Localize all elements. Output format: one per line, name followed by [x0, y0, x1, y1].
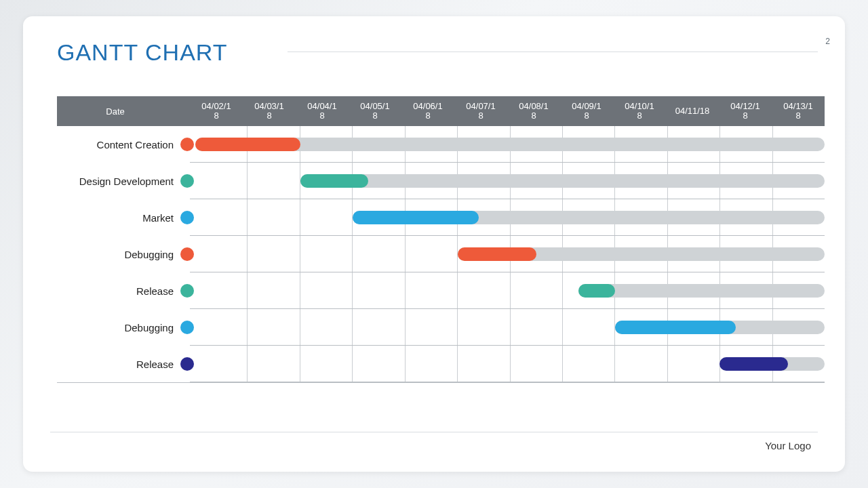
date-col-8: 04/10/1 8 [613, 96, 666, 126]
chart-bottom-rule [57, 382, 825, 383]
date-col-4: 04/06/1 8 [401, 96, 454, 126]
task-label: Market [57, 212, 179, 224]
task-track [195, 272, 825, 309]
date-col-7: 04/09/1 8 [560, 96, 613, 126]
task-bar [195, 138, 300, 151]
task-label: Design Development [57, 176, 179, 187]
date-col-5: 04/07/1 8 [454, 96, 507, 126]
task-label: Release [57, 285, 179, 297]
task-track [195, 236, 825, 272]
task-track [195, 163, 825, 199]
task-label: Content Creation [57, 139, 179, 150]
task-bar [353, 211, 479, 224]
task-label: Debugging [57, 322, 179, 333]
date-col-2: 04/04/1 8 [296, 96, 349, 126]
gantt-header: Date 04/02/1 804/03/1 804/04/1 804/05/1 … [57, 96, 825, 126]
task-dot-icon [179, 284, 195, 298]
gantt-chart: Date 04/02/1 804/03/1 804/04/1 804/05/1 … [57, 96, 825, 383]
slide-card: GANTT CHART 2 Date 04/02/1 804/03/1 804/… [23, 16, 845, 472]
gantt-row-5: Debugging [57, 309, 825, 346]
task-track [195, 126, 825, 163]
gantt-row-6: Release [57, 346, 825, 382]
gantt-row-2: Market [57, 199, 825, 236]
task-bar [458, 247, 536, 261]
date-col-3: 04/05/1 8 [349, 96, 401, 126]
row-divider [190, 382, 825, 382]
task-label: Release [57, 359, 179, 370]
date-col-9: 04/11/18 [666, 96, 719, 126]
task-dot-icon [179, 211, 195, 224]
task-dot-icon [179, 138, 195, 151]
task-dot-icon [179, 357, 195, 371]
header-date-label: Date [57, 96, 174, 126]
date-col-0: 04/02/1 8 [190, 96, 243, 126]
date-col-1: 04/03/1 8 [243, 96, 296, 126]
logo-text: Your Logo [765, 440, 811, 451]
task-track [195, 199, 825, 236]
gantt-row-4: Release [57, 272, 825, 309]
page-title: GANTT CHART [57, 39, 228, 66]
task-track [195, 346, 825, 382]
task-bar [615, 321, 736, 334]
task-label: Debugging [57, 249, 179, 260]
title-divider [288, 52, 818, 52]
date-col-11: 04/13/1 8 [772, 96, 825, 126]
date-col-6: 04/08/1 8 [507, 96, 560, 126]
task-bar [300, 174, 369, 188]
footer-divider [50, 432, 818, 432]
task-bar-bg [578, 284, 825, 298]
task-dot-icon [179, 321, 195, 334]
gantt-row-3: Debugging [57, 236, 825, 272]
task-bar-bg [300, 174, 825, 188]
task-dot-icon [179, 247, 195, 261]
task-dot-icon [179, 174, 195, 188]
gantt-row-0: Content Creation [57, 126, 825, 163]
task-bar [719, 357, 788, 371]
task-track [195, 309, 825, 346]
date-col-10: 04/12/1 8 [719, 96, 772, 126]
gantt-row-1: Design Development [57, 163, 825, 199]
task-bar [578, 284, 615, 298]
page-number: 2 [825, 37, 830, 46]
